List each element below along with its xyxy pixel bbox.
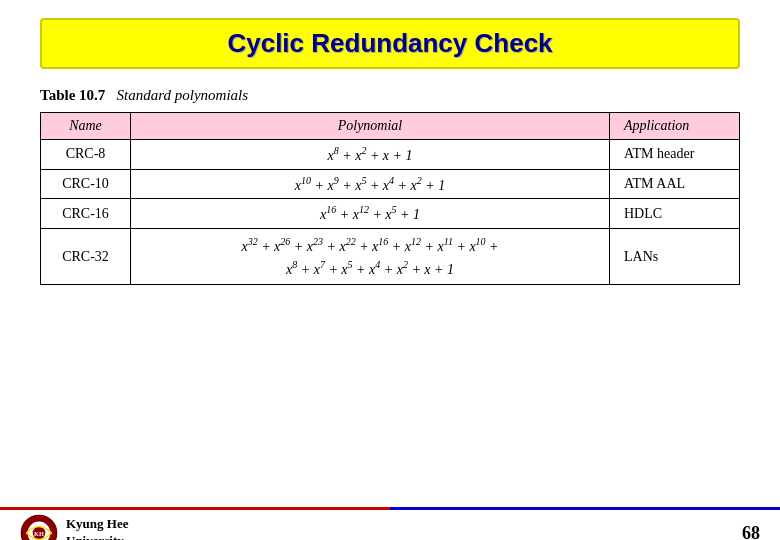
table-row: CRC-10 x10 + x9 + x5 + x4 + x2 + 1 ATM A…: [41, 169, 740, 199]
university-logo: KH Kyung Hee University: [20, 514, 128, 540]
page-number: 68: [742, 523, 760, 541]
table-title: Standard polynomials: [117, 87, 249, 103]
svg-text:KH: KH: [34, 530, 44, 537]
header-polynomial: Polynomial: [131, 113, 610, 140]
footer: KH Kyung Hee University 68: [0, 507, 780, 540]
table-caption: Table 10.7 Standard polynomials: [40, 87, 740, 104]
slide-title: Cyclic Redundancy Check: [62, 28, 718, 59]
crc10-application: ATM AAL: [610, 169, 740, 199]
title-bar: Cyclic Redundancy Check: [40, 18, 740, 69]
crc32-polynomial: x32 + x26 + x23 + x22 + x16 + x12 + x11 …: [131, 228, 610, 284]
university-name: Kyung Hee University: [66, 516, 128, 540]
table-row: CRC-16 x16 + x12 + x5 + 1 HDLC: [41, 199, 740, 229]
crc10-name: CRC-10: [41, 169, 131, 199]
crc16-application: HDLC: [610, 199, 740, 229]
crc-table: Name Polynomial Application CRC-8 x8 + x…: [40, 112, 740, 285]
slide: Cyclic Redundancy Check Table 10.7 Stand…: [0, 18, 780, 540]
crc8-application: ATM header: [610, 140, 740, 170]
crc8-polynomial: x8 + x2 + x + 1: [131, 140, 610, 170]
university-logo-icon: KH: [20, 514, 58, 540]
crc32-name: CRC-32: [41, 228, 131, 284]
crc16-polynomial: x16 + x12 + x5 + 1: [131, 199, 610, 229]
table-header-row: Name Polynomial Application: [41, 113, 740, 140]
header-application: Application: [610, 113, 740, 140]
crc32-application: LANs: [610, 228, 740, 284]
crc16-name: CRC-16: [41, 199, 131, 229]
footer-content: KH Kyung Hee University 68: [0, 510, 780, 540]
crc10-polynomial: x10 + x9 + x5 + x4 + x2 + 1: [131, 169, 610, 199]
table-row: CRC-32 x32 + x26 + x23 + x22 + x16 + x12…: [41, 228, 740, 284]
table-number: Table 10.7: [40, 87, 105, 103]
header-name: Name: [41, 113, 131, 140]
table-section: Table 10.7 Standard polynomials Name Pol…: [40, 87, 740, 285]
crc8-name: CRC-8: [41, 140, 131, 170]
table-row: CRC-8 x8 + x2 + x + 1 ATM header: [41, 140, 740, 170]
